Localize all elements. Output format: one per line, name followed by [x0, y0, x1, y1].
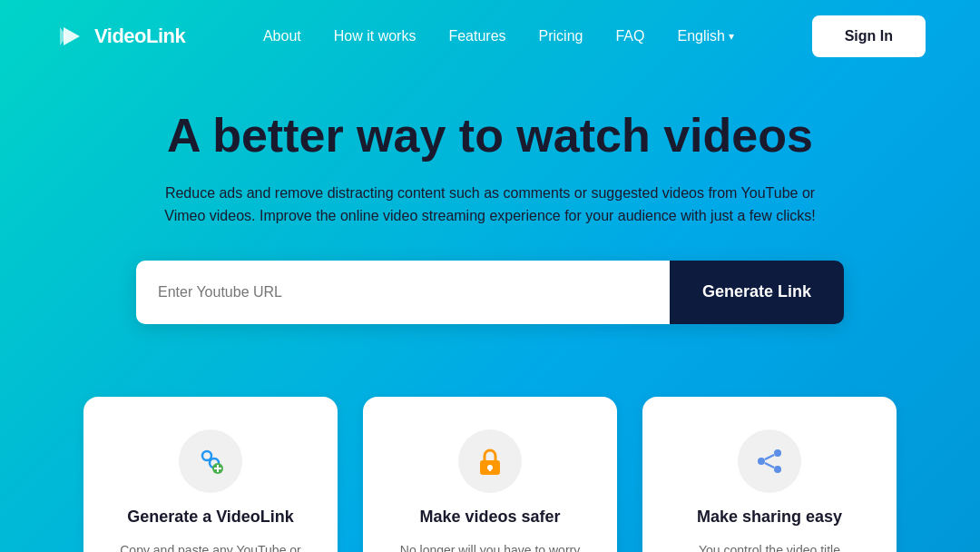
nav-faq[interactable]: FAQ: [615, 28, 644, 44]
feature-icon-lock: [458, 429, 522, 493]
svg-line-15: [765, 463, 774, 468]
feature-card-generate: Generate a VideoLink Copy and paste any …: [83, 397, 338, 552]
feature-title-safer: Make videos safer: [419, 508, 560, 527]
nav-pricing[interactable]: Pricing: [539, 28, 583, 44]
navbar-links: About How it works Features Pricing FAQ …: [263, 28, 734, 44]
navbar-actions: Sign In: [812, 15, 926, 57]
language-label: English: [677, 28, 724, 44]
feature-desc-safer: No longer will you have to worry: [400, 541, 580, 552]
svg-point-13: [774, 466, 781, 473]
svg-point-12: [758, 458, 765, 465]
feature-icon-share: [738, 429, 801, 493]
hero-section: VideoLink About How it works Features Pr…: [0, 0, 980, 552]
chevron-down-icon: ▾: [729, 30, 734, 43]
feature-desc-generate: Copy and paste any YouTube or: [120, 541, 301, 552]
feature-card-sharing: Make sharing easy You control the video …: [642, 397, 897, 552]
hero-content: A better way to watch videos Reduce ads …: [0, 73, 980, 397]
navbar: VideoLink About How it works Features Pr…: [0, 0, 980, 73]
hero-subtitle: Reduce ads and remove distracting conten…: [163, 182, 817, 228]
sign-in-button[interactable]: Sign In: [812, 15, 926, 57]
logo-icon: [54, 20, 87, 53]
nav-how-it-works[interactable]: How it works: [334, 28, 416, 44]
hero-title: A better way to watch videos: [167, 109, 813, 163]
generate-link-button[interactable]: Generate Link: [670, 261, 844, 324]
svg-point-11: [774, 449, 781, 457]
youtube-url-input[interactable]: [136, 261, 670, 324]
svg-rect-10: [489, 468, 491, 471]
feature-card-safer: Make videos safer No longer will you hav…: [363, 397, 617, 552]
url-input-group: Generate Link: [136, 261, 844, 324]
feature-icon-link: [179, 429, 242, 493]
language-selector[interactable]: English ▾: [677, 28, 733, 44]
brand-name: VideoLink: [94, 25, 185, 48]
nav-about[interactable]: About: [263, 28, 301, 44]
svg-line-14: [765, 455, 774, 459]
features-section: Generate a VideoLink Copy and paste any …: [0, 397, 980, 552]
nav-features[interactable]: Features: [448, 28, 505, 44]
navbar-logo-group: VideoLink: [54, 20, 185, 53]
feature-desc-sharing: You control the video title: [699, 541, 840, 552]
feature-title-sharing: Make sharing easy: [697, 508, 842, 527]
svg-line-4: [210, 458, 211, 460]
feature-title-generate: Generate a VideoLink: [127, 508, 294, 527]
